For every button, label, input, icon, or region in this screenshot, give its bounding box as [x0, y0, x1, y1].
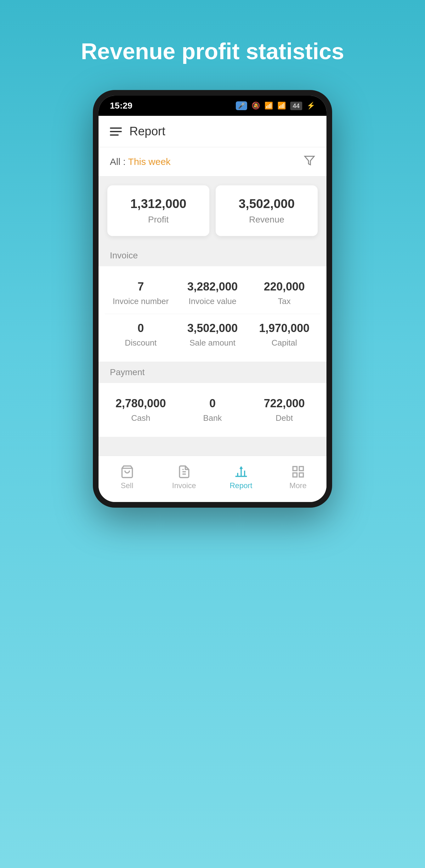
- bank-cell: 0 Bank: [177, 397, 248, 423]
- wifi-icon: 📶: [265, 102, 273, 110]
- tax-label: Tax: [248, 297, 320, 306]
- page-title: Revenue profit statistics: [62, 38, 363, 65]
- stats-section: 1,312,000 Profit 3,502,000 Revenue: [98, 177, 327, 245]
- svg-rect-10: [293, 473, 297, 477]
- sale-amount-value: 3,502,000: [177, 322, 248, 335]
- mic-icon: 🎤: [236, 101, 247, 110]
- cash-value: 2,780,000: [105, 397, 177, 410]
- battery-icon: ⚡: [307, 102, 315, 110]
- invoice-row-1: 7 Invoice number 3,282,000 Invoice value…: [98, 273, 327, 314]
- invoice-row-2: 0 Discount 3,502,000 Sale amount 1,970,0…: [98, 314, 327, 355]
- signal-icon: 📶: [277, 102, 286, 110]
- invoice-number-label: Invoice number: [105, 297, 177, 306]
- phone-screen: 15:29 🎤 🔕 📶 📶 44 ⚡ Report All : This wee: [98, 96, 327, 502]
- profit-value: 1,312,000: [114, 197, 203, 211]
- capital-value: 1,970,000: [248, 322, 320, 335]
- filter-bar[interactable]: All : This week: [98, 147, 327, 177]
- capital-cell: 1,970,000 Capital: [248, 322, 320, 348]
- discount-value: 0: [105, 322, 177, 335]
- debt-cell: 722,000 Debt: [248, 397, 320, 423]
- invoice-value-value: 3,282,000: [177, 280, 248, 293]
- app-header: Report: [98, 116, 327, 147]
- invoice-icon: [177, 465, 191, 479]
- filter-icon-button[interactable]: [304, 155, 315, 169]
- status-bar: 15:29 🎤 🔕 📶 📶 44 ⚡: [98, 96, 327, 116]
- filter-prefix: All :: [110, 156, 128, 167]
- svg-rect-11: [299, 473, 303, 477]
- sale-amount-label: Sale amount: [177, 338, 248, 348]
- phone-device: 15:29 🎤 🔕 📶 📶 44 ⚡ Report All : This wee: [93, 90, 332, 508]
- discount-label: Discount: [105, 338, 177, 348]
- filter-period: This week: [128, 156, 171, 167]
- status-icons: 🎤 🔕 📶 📶 44 ⚡: [236, 101, 315, 110]
- debt-value: 722,000: [248, 397, 320, 410]
- svg-marker-0: [305, 156, 314, 165]
- nav-label-report: Report: [230, 481, 252, 490]
- nav-item-report[interactable]: Report: [212, 462, 270, 493]
- invoice-value-label: Invoice value: [177, 297, 248, 306]
- profit-card: 1,312,000 Profit: [108, 185, 209, 236]
- nav-item-more[interactable]: More: [270, 462, 327, 493]
- payment-row-1: 2,780,000 Cash 0 Bank 722,000 Debt: [98, 389, 327, 431]
- status-time: 15:29: [110, 101, 132, 111]
- discount-cell: 0 Discount: [105, 322, 177, 348]
- silent-icon: 🔕: [251, 102, 260, 110]
- nav-label-more: More: [289, 481, 307, 490]
- spacer: [98, 437, 327, 456]
- invoice-data-grid: 7 Invoice number 3,282,000 Invoice value…: [98, 266, 327, 362]
- cash-cell: 2,780,000 Cash: [105, 397, 177, 423]
- nav-item-sell[interactable]: Sell: [98, 462, 155, 493]
- tax-value: 220,000: [248, 280, 320, 293]
- tax-cell: 220,000 Tax: [248, 280, 320, 306]
- payment-data-grid: 2,780,000 Cash 0 Bank 722,000 Debt: [98, 383, 327, 437]
- report-icon: [234, 465, 248, 479]
- profit-label: Profit: [114, 215, 203, 225]
- nav-label-invoice: Invoice: [172, 481, 196, 490]
- revenue-card: 3,502,000 Revenue: [216, 185, 317, 236]
- svg-rect-8: [293, 467, 297, 471]
- stats-cards: 1,312,000 Profit 3,502,000 Revenue: [108, 185, 317, 236]
- invoice-number-cell: 7 Invoice number: [105, 280, 177, 306]
- svg-rect-9: [299, 467, 303, 471]
- header-title: Report: [129, 125, 165, 138]
- cash-label: Cash: [105, 413, 177, 423]
- payment-section-label: Payment: [98, 362, 327, 383]
- revenue-value: 3,502,000: [222, 197, 311, 211]
- sell-icon: [120, 465, 134, 479]
- battery-badge: 44: [290, 102, 302, 110]
- nav-item-invoice[interactable]: Invoice: [155, 462, 212, 493]
- capital-label: Capital: [248, 338, 320, 348]
- revenue-label: Revenue: [222, 215, 311, 225]
- bank-label: Bank: [177, 413, 248, 423]
- invoice-value-cell: 3,282,000 Invoice value: [177, 280, 248, 306]
- debt-label: Debt: [248, 413, 320, 423]
- nav-label-sell: Sell: [121, 481, 133, 490]
- more-icon: [291, 465, 305, 479]
- invoice-section-label: Invoice: [98, 245, 327, 266]
- hamburger-menu-button[interactable]: [110, 127, 122, 136]
- bottom-nav: Sell Invoice: [98, 456, 327, 502]
- sale-amount-cell: 3,502,000 Sale amount: [177, 322, 248, 348]
- filter-label: All : This week: [110, 156, 171, 167]
- invoice-number-value: 7: [105, 280, 177, 293]
- bank-value: 0: [177, 397, 248, 410]
